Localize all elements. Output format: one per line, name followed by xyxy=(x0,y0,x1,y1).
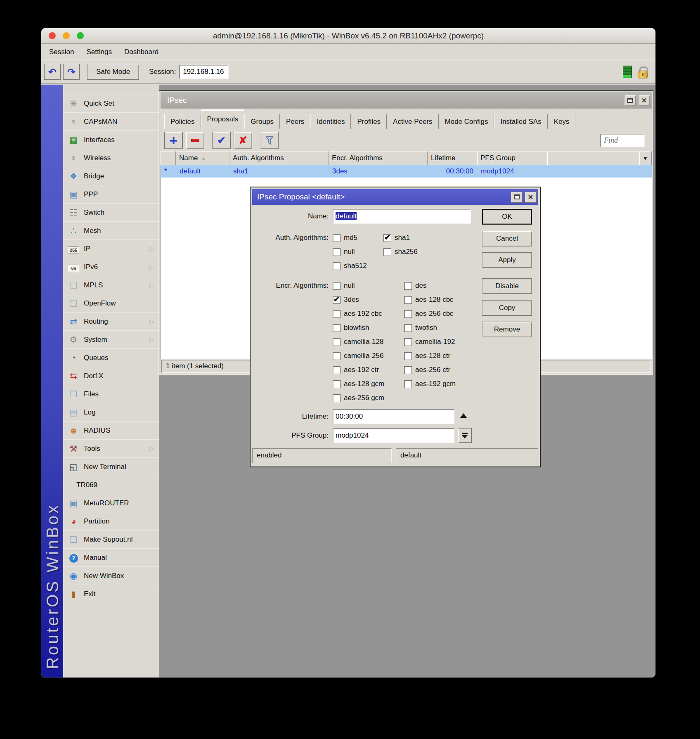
redo-button[interactable]: ↷ xyxy=(63,64,80,80)
dialog-close-button[interactable]: ✕ xyxy=(525,192,537,203)
checkbox-aes-192-cbc[interactable]: aes-192 cbc xyxy=(333,307,404,321)
remove-button[interactable]: Remove xyxy=(482,322,532,337)
name-field[interactable]: default xyxy=(333,209,471,224)
checkbox-aes-256-ctr[interactable]: aes-256 ctr xyxy=(404,363,456,377)
sidebar-item-mpls[interactable]: ❏MPLS▷ xyxy=(63,276,159,294)
checkbox-box[interactable] xyxy=(383,248,391,256)
pfs-dropdown-button[interactable] xyxy=(458,428,472,443)
sidebar-item-queues[interactable]: ◔Queues xyxy=(63,349,159,367)
disable-button[interactable]: ✘ xyxy=(234,132,252,149)
checkbox-null[interactable]: null xyxy=(333,245,383,259)
checkbox-camellia-192[interactable]: camellia-192 xyxy=(404,335,456,349)
column-header-auth-algorithms[interactable]: Auth. Algorithms xyxy=(229,152,329,165)
checkbox-box[interactable] xyxy=(333,366,341,374)
checkbox-box[interactable] xyxy=(404,352,412,360)
zoom-button[interactable] xyxy=(77,32,84,39)
close-button[interactable] xyxy=(49,32,56,39)
sidebar-item-routing[interactable]: ⇄Routing▷ xyxy=(63,313,159,331)
safe-mode-button[interactable]: Safe Mode xyxy=(87,64,139,80)
sidebar-item-mesh[interactable]: ∴Mesh xyxy=(63,222,159,240)
sidebar-item-tools[interactable]: ⚒Tools▷ xyxy=(63,440,159,458)
checkbox-box[interactable] xyxy=(404,380,412,388)
restore-button[interactable] xyxy=(624,95,636,106)
pfs-group-field[interactable]: modp1024 xyxy=(333,428,454,443)
checkbox-box[interactable] xyxy=(404,366,412,374)
enable-button[interactable]: ✔ xyxy=(212,132,231,149)
sidebar-item-interfaces[interactable]: ▦Interfaces xyxy=(63,131,159,149)
tab-peers[interactable]: Peers xyxy=(280,114,310,129)
column-header-name[interactable]: Name▲ xyxy=(176,152,229,165)
menu-item-settings[interactable]: Settings xyxy=(80,48,118,56)
sidebar-item-exit[interactable]: ▮Exit xyxy=(63,585,159,603)
sidebar-item-log[interactable]: ▤Log xyxy=(63,403,159,422)
checkbox-box[interactable] xyxy=(333,296,341,304)
tab-installed-sas[interactable]: Installed SAs xyxy=(494,114,547,129)
tab-active-peers[interactable]: Active Peers xyxy=(387,114,438,129)
checkbox-camellia-128[interactable]: camellia-128 xyxy=(333,335,404,349)
sidebar-item-capsman[interactable]: ♆CAPsMAN xyxy=(63,113,159,131)
checkbox-twofish[interactable]: twofish xyxy=(404,321,456,335)
sidebar-item-quick-set[interactable]: ✳Quick Set xyxy=(63,95,159,113)
sidebar-item-wireless[interactable]: ♆Wireless xyxy=(63,149,159,167)
tab-identities[interactable]: Identities xyxy=(310,114,351,129)
checkbox-box[interactable] xyxy=(333,352,341,360)
tab-proposals[interactable]: Proposals xyxy=(201,109,245,129)
checkbox-sha512[interactable]: sha512 xyxy=(333,259,383,273)
tab-keys[interactable]: Keys xyxy=(548,114,576,129)
undo-button[interactable]: ↶ xyxy=(44,64,61,80)
sidebar-item-switch[interactable]: ☷Switch xyxy=(63,204,159,222)
checkbox-null[interactable]: null xyxy=(333,279,404,293)
checkbox-aes-256-gcm[interactable]: aes-256 gcm xyxy=(333,391,404,405)
sidebar-item-radius[interactable]: ☻RADIUS xyxy=(63,422,159,440)
tab-profiles[interactable]: Profiles xyxy=(351,114,387,129)
filter-button[interactable] xyxy=(260,132,279,149)
sidebar-item-tr069[interactable]: TR069 xyxy=(63,476,159,494)
apply-button[interactable]: Apply xyxy=(482,252,532,268)
copy-button[interactable]: Copy xyxy=(482,300,532,316)
checkbox-box[interactable] xyxy=(383,234,391,242)
tab-mode-configs[interactable]: Mode Configs xyxy=(439,114,494,129)
sidebar-item-make-supout-rif[interactable]: ❏Make Supout.rif xyxy=(63,531,159,549)
checkbox-box[interactable] xyxy=(333,262,341,270)
menu-item-dashboard[interactable]: Dashboard xyxy=(118,48,165,56)
sidebar-item-new-winbox[interactable]: ◉New WinBox xyxy=(63,567,159,585)
checkbox-aes-128-gcm[interactable]: aes-128 gcm xyxy=(333,377,404,391)
column-header-lifetime[interactable]: Lifetime xyxy=(428,152,477,165)
sidebar-item-system[interactable]: ⚙System▷ xyxy=(63,331,159,349)
sidebar-item-ipv6[interactable]: v6IPv6▷ xyxy=(63,258,159,276)
sidebar-item-dot1x[interactable]: ⇆Dot1X xyxy=(63,367,159,385)
sidebar-item-partition[interactable]: ◕Partition xyxy=(63,512,159,531)
checkbox-box[interactable] xyxy=(333,234,341,242)
checkbox-sha256[interactable]: sha256 xyxy=(383,245,418,259)
checkbox-aes-128-cbc[interactable]: aes-128 cbc xyxy=(404,293,456,307)
checkbox-sha1[interactable]: sha1 xyxy=(383,231,418,245)
session-input[interactable] xyxy=(179,65,229,79)
remove-entry-button[interactable] xyxy=(186,132,204,149)
ipsec-window-titlebar[interactable]: IPsec ✕ xyxy=(161,92,652,109)
table-row-selected[interactable]: *defaultsha13des00:30:00modp1024 xyxy=(161,165,652,178)
sidebar-item-metarouter[interactable]: ▣MetaROUTER xyxy=(63,494,159,512)
close-icon-button[interactable]: ✕ xyxy=(638,95,650,106)
spinner-up-icon[interactable] xyxy=(460,413,467,418)
menu-item-session[interactable]: Session xyxy=(43,48,80,56)
sidebar-item-ip[interactable]: 255IP▷ xyxy=(63,240,159,258)
tab-policies[interactable]: Policies xyxy=(164,114,201,129)
checkbox-box[interactable] xyxy=(404,338,412,346)
checkbox-md5[interactable]: md5 xyxy=(333,231,383,245)
checkbox-3des[interactable]: 3des xyxy=(333,293,404,307)
column-menu-button[interactable]: ▼ xyxy=(639,152,652,165)
checkbox-box[interactable] xyxy=(404,310,412,318)
checkbox-aes-128-ctr[interactable]: aes-128 ctr xyxy=(404,349,456,363)
dialog-restore-button[interactable] xyxy=(511,192,523,203)
checkbox-blowfish[interactable]: blowfish xyxy=(333,321,404,335)
checkbox-aes-256-cbc[interactable]: aes-256 cbc xyxy=(404,307,456,321)
checkbox-box[interactable] xyxy=(333,380,341,388)
sidebar-item-manual[interactable]: ?Manual xyxy=(63,549,159,567)
sidebar-item-ppp[interactable]: ▣PPP xyxy=(63,185,159,204)
checkbox-box[interactable] xyxy=(333,282,341,290)
checkbox-camellia-256[interactable]: camellia-256 xyxy=(333,349,404,363)
checkbox-aes-192-ctr[interactable]: aes-192 ctr xyxy=(333,363,404,377)
checkbox-aes-192-gcm[interactable]: aes-192 gcm xyxy=(404,377,456,391)
disable-button[interactable]: Disable xyxy=(482,278,532,294)
checkbox-box[interactable] xyxy=(333,324,341,332)
